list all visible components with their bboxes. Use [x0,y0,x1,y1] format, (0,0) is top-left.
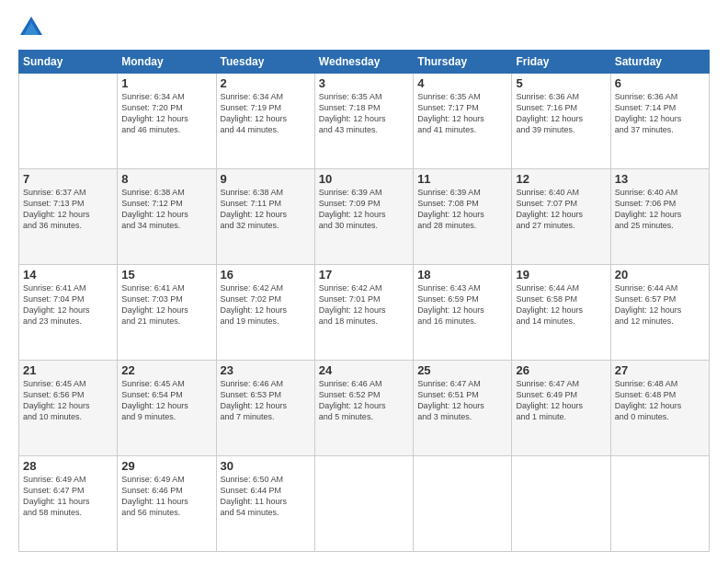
day-number: 1 [121,76,211,90]
day-number: 4 [417,76,507,90]
calendar-cell: 8Sunrise: 6:38 AM Sunset: 7:12 PM Daylig… [118,169,216,265]
calendar-cell: 18Sunrise: 6:43 AM Sunset: 6:59 PM Dayli… [414,265,512,361]
day-info: Sunrise: 6:42 AM Sunset: 7:01 PM Dayligh… [319,282,409,327]
calendar-cell: 17Sunrise: 6:42 AM Sunset: 7:01 PM Dayli… [314,265,413,361]
day-number: 2 [221,76,311,90]
day-number: 8 [121,172,211,186]
day-info: Sunrise: 6:40 AM Sunset: 7:06 PM Dayligh… [615,187,705,232]
day-number: 5 [516,76,606,90]
day-info: Sunrise: 6:43 AM Sunset: 6:59 PM Dayligh… [417,282,507,327]
header [18,15,710,40]
day-info: Sunrise: 6:37 AM Sunset: 7:13 PM Dayligh… [23,187,113,232]
calendar-cell: 23Sunrise: 6:46 AM Sunset: 6:53 PM Dayli… [216,361,314,456]
calendar-cell: 19Sunrise: 6:44 AM Sunset: 6:58 PM Dayli… [512,265,610,361]
day-info: Sunrise: 6:34 AM Sunset: 7:20 PM Dayligh… [121,91,211,136]
calendar-cell: 20Sunrise: 6:44 AM Sunset: 6:57 PM Dayli… [610,265,709,361]
day-info: Sunrise: 6:41 AM Sunset: 7:04 PM Dayligh… [23,282,113,327]
calendar-cell: 28Sunrise: 6:49 AM Sunset: 6:47 PM Dayli… [19,456,118,552]
day-number: 28 [23,459,113,473]
day-number: 15 [121,268,211,282]
day-number: 17 [319,268,409,282]
day-info: Sunrise: 6:44 AM Sunset: 6:57 PM Dayligh… [615,282,705,327]
calendar-cell: 9Sunrise: 6:38 AM Sunset: 7:11 PM Daylig… [216,169,314,265]
day-number: 13 [615,172,705,186]
day-info: Sunrise: 6:45 AM Sunset: 6:56 PM Dayligh… [23,378,113,423]
calendar-week-1: 1Sunrise: 6:34 AM Sunset: 7:20 PM Daylig… [19,74,710,169]
day-info: Sunrise: 6:36 AM Sunset: 7:14 PM Dayligh… [615,91,705,136]
day-number: 10 [319,172,409,186]
calendar-week-3: 14Sunrise: 6:41 AM Sunset: 7:04 PM Dayli… [19,265,710,361]
day-number: 9 [221,172,311,186]
weekday-header-saturday: Saturday [610,51,709,74]
day-info: Sunrise: 6:42 AM Sunset: 7:02 PM Dayligh… [221,282,311,327]
calendar-body: 1Sunrise: 6:34 AM Sunset: 7:20 PM Daylig… [19,74,710,552]
calendar-cell: 3Sunrise: 6:35 AM Sunset: 7:18 PM Daylig… [314,74,413,169]
day-info: Sunrise: 6:49 AM Sunset: 6:47 PM Dayligh… [23,474,113,519]
calendar-cell [610,456,709,552]
day-number: 16 [221,268,311,282]
weekday-header-wednesday: Wednesday [314,51,413,74]
day-number: 3 [319,76,409,90]
page: SundayMondayTuesdayWednesdayThursdayFrid… [0,0,728,563]
day-number: 25 [417,363,507,377]
day-number: 6 [615,76,705,90]
day-info: Sunrise: 6:36 AM Sunset: 7:16 PM Dayligh… [516,91,606,136]
weekday-header-sunday: Sunday [19,51,118,74]
day-info: Sunrise: 6:41 AM Sunset: 7:03 PM Dayligh… [121,282,211,327]
day-info: Sunrise: 6:47 AM Sunset: 6:51 PM Dayligh… [417,378,507,423]
calendar-cell: 22Sunrise: 6:45 AM Sunset: 6:54 PM Dayli… [118,361,216,456]
day-number: 11 [417,172,507,186]
day-number: 27 [615,363,705,377]
day-number: 7 [23,172,113,186]
day-number: 20 [615,268,705,282]
day-number: 18 [417,268,507,282]
day-number: 14 [23,268,113,282]
logo-icon [18,15,44,40]
calendar-cell: 2Sunrise: 6:34 AM Sunset: 7:19 PM Daylig… [216,74,314,169]
day-info: Sunrise: 6:48 AM Sunset: 6:48 PM Dayligh… [615,378,705,423]
calendar-cell [314,456,413,552]
weekday-header-tuesday: Tuesday [216,51,314,74]
calendar-cell: 24Sunrise: 6:46 AM Sunset: 6:52 PM Dayli… [314,361,413,456]
calendar-cell: 30Sunrise: 6:50 AM Sunset: 6:44 PM Dayli… [216,456,314,552]
weekday-header-thursday: Thursday [414,51,512,74]
day-info: Sunrise: 6:35 AM Sunset: 7:17 PM Dayligh… [417,91,507,136]
weekday-header-monday: Monday [118,51,216,74]
day-number: 29 [121,459,211,473]
calendar-cell: 5Sunrise: 6:36 AM Sunset: 7:16 PM Daylig… [512,74,610,169]
calendar-cell: 4Sunrise: 6:35 AM Sunset: 7:17 PM Daylig… [414,74,512,169]
day-number: 22 [121,363,211,377]
calendar-cell: 7Sunrise: 6:37 AM Sunset: 7:13 PM Daylig… [19,169,118,265]
day-info: Sunrise: 6:47 AM Sunset: 6:49 PM Dayligh… [516,378,606,423]
day-info: Sunrise: 6:39 AM Sunset: 7:09 PM Dayligh… [319,187,409,232]
weekday-row: SundayMondayTuesdayWednesdayThursdayFrid… [19,51,710,74]
day-info: Sunrise: 6:40 AM Sunset: 7:07 PM Dayligh… [516,187,606,232]
calendar-table: SundayMondayTuesdayWednesdayThursdayFrid… [18,50,710,552]
calendar-cell: 29Sunrise: 6:49 AM Sunset: 6:46 PM Dayli… [118,456,216,552]
day-info: Sunrise: 6:38 AM Sunset: 7:11 PM Dayligh… [221,187,311,232]
day-number: 19 [516,268,606,282]
day-info: Sunrise: 6:35 AM Sunset: 7:18 PM Dayligh… [319,91,409,136]
day-number: 21 [23,363,113,377]
calendar-week-2: 7Sunrise: 6:37 AM Sunset: 7:13 PM Daylig… [19,169,710,265]
calendar-cell: 13Sunrise: 6:40 AM Sunset: 7:06 PM Dayli… [610,169,709,265]
calendar-cell: 25Sunrise: 6:47 AM Sunset: 6:51 PM Dayli… [414,361,512,456]
calendar-cell: 1Sunrise: 6:34 AM Sunset: 7:20 PM Daylig… [118,74,216,169]
calendar-week-5: 28Sunrise: 6:49 AM Sunset: 6:47 PM Dayli… [19,456,710,552]
day-info: Sunrise: 6:46 AM Sunset: 6:53 PM Dayligh… [221,378,311,423]
day-number: 26 [516,363,606,377]
logo [18,15,48,40]
calendar-cell: 11Sunrise: 6:39 AM Sunset: 7:08 PM Dayli… [414,169,512,265]
day-number: 12 [516,172,606,186]
weekday-header-friday: Friday [512,51,610,74]
day-info: Sunrise: 6:45 AM Sunset: 6:54 PM Dayligh… [121,378,211,423]
day-info: Sunrise: 6:49 AM Sunset: 6:46 PM Dayligh… [121,474,211,519]
calendar-cell: 27Sunrise: 6:48 AM Sunset: 6:48 PM Dayli… [610,361,709,456]
day-info: Sunrise: 6:34 AM Sunset: 7:19 PM Dayligh… [221,91,311,136]
day-info: Sunrise: 6:44 AM Sunset: 6:58 PM Dayligh… [516,282,606,327]
calendar-cell: 12Sunrise: 6:40 AM Sunset: 7:07 PM Dayli… [512,169,610,265]
day-info: Sunrise: 6:46 AM Sunset: 6:52 PM Dayligh… [319,378,409,423]
calendar-cell [19,74,118,169]
calendar-cell: 6Sunrise: 6:36 AM Sunset: 7:14 PM Daylig… [610,74,709,169]
calendar-cell: 10Sunrise: 6:39 AM Sunset: 7:09 PM Dayli… [314,169,413,265]
